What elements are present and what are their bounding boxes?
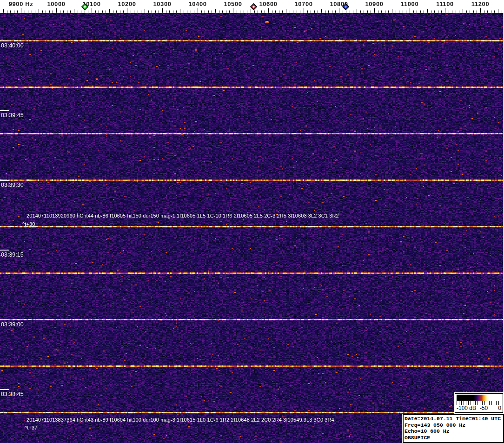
frequency-axis-label: 10200 bbox=[118, 0, 136, 7]
colorbar: -100 dB -50 0 bbox=[455, 393, 503, 413]
red-marker-icon bbox=[250, 3, 257, 10]
info-line-date: Date=2014-07-11 Time=01:40 UTC bbox=[405, 416, 502, 422]
time-label: 03:39:00 bbox=[1, 321, 24, 328]
frequency-axis-label: 10900 bbox=[365, 0, 383, 7]
info-box: Date=2014-07-11 Time=01:40 UTC Freq=143 … bbox=[403, 414, 504, 443]
time-label: 03:39:15 bbox=[1, 251, 24, 258]
frequency-axis-label: 10300 bbox=[153, 0, 171, 7]
green-marker-icon bbox=[81, 3, 88, 10]
time-label: 03:40:00 bbox=[1, 42, 24, 49]
time-label: 03:38:45 bbox=[1, 391, 24, 397]
time-tick bbox=[0, 180, 9, 181]
colorbar-label-max: 0 bbox=[498, 405, 501, 411]
meteor-echo-spectrogram-screen: 9900 Hz100001010010200103001040010500106… bbox=[0, 0, 504, 443]
colorbar-label-mid: -50 bbox=[480, 405, 488, 411]
time-tick bbox=[0, 389, 9, 390]
colorbar-ticks bbox=[457, 401, 501, 405]
colorbar-labels: -100 dB -50 0 bbox=[457, 405, 501, 412]
frequency-axis-label: 11200 bbox=[471, 0, 489, 7]
colorbar-label-min: -100 dB bbox=[457, 405, 476, 411]
detection-annotation: ^t+30 bbox=[22, 221, 35, 227]
blue-marker-icon bbox=[342, 3, 349, 10]
time-tick bbox=[0, 110, 9, 111]
detection-annotation: 20140711013920960 hCnt44 nb-86 f10605 hi… bbox=[27, 213, 339, 218]
time-label: 03:39:30 bbox=[1, 182, 24, 188]
detection-annotation: 20140711013837364 hCnt43 nb-89 f10604 hi… bbox=[27, 417, 334, 423]
info-line-freq: Freq=143 050 000 Hz bbox=[405, 422, 502, 429]
frequency-axis-label: 11100 bbox=[436, 0, 454, 7]
info-line-echo: Echo=10 600 Hz bbox=[405, 428, 502, 435]
frequency-axis-label: 9900 Hz bbox=[9, 0, 33, 7]
detection-annotation: ^t+37 bbox=[25, 425, 37, 430]
time-tick bbox=[0, 250, 9, 251]
frequency-axis-label: 11000 bbox=[401, 0, 418, 7]
info-line-station: OBSUPICE bbox=[405, 435, 502, 441]
spectrogram-canvas bbox=[0, 0, 504, 443]
frequency-axis-label: 10400 bbox=[188, 0, 206, 7]
time-label: 03:39:45 bbox=[1, 112, 24, 119]
colorbar-gradient bbox=[457, 395, 501, 401]
time-tick bbox=[0, 319, 9, 320]
frequency-axis-label: 10000 bbox=[47, 0, 65, 7]
time-tick bbox=[0, 40, 9, 41]
frequency-axis-label: 10700 bbox=[294, 0, 312, 7]
frequency-axis-label: 10500 bbox=[224, 0, 242, 7]
frequency-axis-label: 10600 bbox=[259, 0, 277, 7]
